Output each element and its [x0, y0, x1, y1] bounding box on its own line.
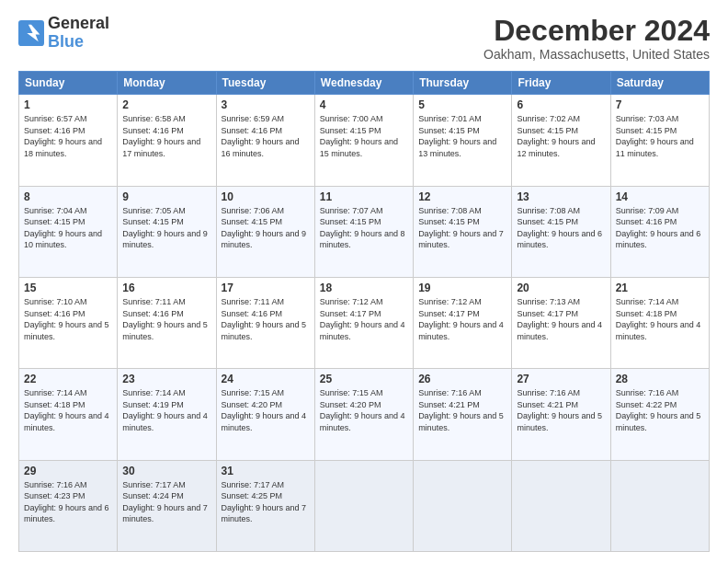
calendar-cell: 4 Sunrise: 7:00 AMSunset: 4:15 PMDayligh…: [314, 95, 413, 186]
day-number: 2: [122, 98, 210, 111]
calendar-cell: [414, 460, 512, 551]
calendar-cell: 27 Sunrise: 7:16 AMSunset: 4:21 PMDaylig…: [512, 369, 610, 460]
header: GeneralBlue December 2024 Oakham, Massac…: [18, 15, 710, 62]
calendar-cell: 16 Sunrise: 7:11 AMSunset: 4:16 PMDaylig…: [118, 277, 216, 368]
day-info: Sunrise: 6:58 AMSunset: 4:16 PMDaylight:…: [122, 113, 210, 159]
day-number: 10: [222, 190, 310, 203]
day-info: Sunrise: 7:11 AMSunset: 4:16 PMDaylight:…: [122, 296, 210, 342]
day-info: Sunrise: 7:08 AMSunset: 4:15 PMDaylight:…: [418, 205, 506, 251]
logo-text: GeneralBlue: [48, 15, 109, 52]
logo-icon: [18, 20, 44, 46]
day-info: Sunrise: 7:05 AMSunset: 4:15 PMDaylight:…: [122, 205, 210, 251]
calendar-cell: 31 Sunrise: 7:17 AMSunset: 4:25 PMDaylig…: [216, 460, 314, 551]
day-info: Sunrise: 7:16 AMSunset: 4:23 PMDaylight:…: [24, 479, 112, 525]
col-wednesday: Wednesday: [314, 72, 413, 95]
calendar-cell: [512, 460, 610, 551]
col-friday: Friday: [512, 72, 610, 95]
day-number: 30: [122, 465, 210, 477]
day-info: Sunrise: 7:00 AMSunset: 4:15 PMDaylight:…: [320, 113, 408, 159]
calendar-cell: [314, 460, 413, 551]
calendar-cell: 24 Sunrise: 7:15 AMSunset: 4:20 PMDaylig…: [216, 369, 314, 460]
calendar-cell: 19 Sunrise: 7:12 AMSunset: 4:17 PMDaylig…: [414, 277, 512, 368]
col-tuesday: Tuesday: [216, 72, 314, 95]
day-info: Sunrise: 7:03 AMSunset: 4:15 PMDaylight:…: [616, 113, 704, 159]
calendar-cell: 21 Sunrise: 7:14 AMSunset: 4:18 PMDaylig…: [610, 277, 709, 368]
calendar-cell: 7 Sunrise: 7:03 AMSunset: 4:15 PMDayligh…: [610, 95, 709, 186]
day-info: Sunrise: 7:11 AMSunset: 4:16 PMDaylight:…: [222, 296, 310, 342]
col-monday: Monday: [118, 72, 216, 95]
subtitle: Oakham, Massachusetts, United States: [483, 47, 710, 62]
day-number: 7: [616, 98, 704, 111]
day-info: Sunrise: 6:57 AMSunset: 4:16 PMDaylight:…: [24, 113, 112, 159]
day-number: 13: [517, 190, 605, 203]
day-number: 15: [24, 282, 112, 294]
day-number: 19: [418, 282, 506, 294]
day-number: 9: [122, 190, 210, 203]
day-number: 25: [320, 373, 408, 385]
calendar-cell: 13 Sunrise: 7:08 AMSunset: 4:15 PMDaylig…: [512, 186, 610, 277]
calendar-cell: 1 Sunrise: 6:57 AMSunset: 4:16 PMDayligh…: [19, 95, 118, 186]
day-number: 14: [616, 190, 704, 203]
day-number: 31: [222, 465, 310, 477]
calendar-cell: 5 Sunrise: 7:01 AMSunset: 4:15 PMDayligh…: [414, 95, 512, 186]
day-info: Sunrise: 7:14 AMSunset: 4:19 PMDaylight:…: [122, 387, 210, 433]
day-info: Sunrise: 7:14 AMSunset: 4:18 PMDaylight:…: [616, 296, 704, 342]
day-number: 26: [418, 373, 506, 385]
calendar-cell: 28 Sunrise: 7:16 AMSunset: 4:22 PMDaylig…: [610, 369, 709, 460]
day-info: Sunrise: 7:16 AMSunset: 4:22 PMDaylight:…: [616, 387, 704, 433]
day-number: 3: [222, 98, 310, 111]
col-saturday: Saturday: [610, 72, 709, 95]
day-info: Sunrise: 7:17 AMSunset: 4:25 PMDaylight:…: [222, 479, 310, 525]
calendar-cell: 8 Sunrise: 7:04 AMSunset: 4:15 PMDayligh…: [19, 186, 118, 277]
calendar-cell: 25 Sunrise: 7:15 AMSunset: 4:20 PMDaylig…: [314, 369, 413, 460]
day-info: Sunrise: 7:15 AMSunset: 4:20 PMDaylight:…: [222, 387, 310, 433]
day-number: 11: [320, 190, 408, 203]
day-info: Sunrise: 7:17 AMSunset: 4:24 PMDaylight:…: [122, 479, 210, 525]
calendar-header-row: Sunday Monday Tuesday Wednesday Thursday…: [19, 72, 710, 95]
day-number: 8: [24, 190, 112, 203]
calendar-cell: 10 Sunrise: 7:06 AMSunset: 4:15 PMDaylig…: [216, 186, 314, 277]
calendar-cell: 17 Sunrise: 7:11 AMSunset: 4:16 PMDaylig…: [216, 277, 314, 368]
day-info: Sunrise: 7:08 AMSunset: 4:15 PMDaylight:…: [517, 205, 605, 251]
day-number: 23: [122, 373, 210, 385]
day-number: 4: [320, 98, 408, 111]
day-number: 21: [616, 282, 704, 294]
day-info: Sunrise: 7:06 AMSunset: 4:15 PMDaylight:…: [222, 205, 310, 251]
calendar-cell: 2 Sunrise: 6:58 AMSunset: 4:16 PMDayligh…: [118, 95, 216, 186]
day-info: Sunrise: 7:15 AMSunset: 4:20 PMDaylight:…: [320, 387, 408, 433]
day-number: 28: [616, 373, 704, 385]
calendar-cell: 11 Sunrise: 7:07 AMSunset: 4:15 PMDaylig…: [314, 186, 413, 277]
day-number: 5: [418, 98, 506, 111]
calendar-cell: 20 Sunrise: 7:13 AMSunset: 4:17 PMDaylig…: [512, 277, 610, 368]
page: GeneralBlue December 2024 Oakham, Massac…: [0, 0, 728, 563]
day-number: 6: [517, 98, 605, 111]
day-info: Sunrise: 7:16 AMSunset: 4:21 PMDaylight:…: [418, 387, 506, 433]
day-number: 20: [517, 282, 605, 294]
col-sunday: Sunday: [19, 72, 118, 95]
day-info: Sunrise: 7:12 AMSunset: 4:17 PMDaylight:…: [418, 296, 506, 342]
day-number: 17: [222, 282, 310, 294]
day-info: Sunrise: 7:02 AMSunset: 4:15 PMDaylight:…: [517, 113, 605, 159]
day-number: 12: [418, 190, 506, 203]
calendar-cell: 9 Sunrise: 7:05 AMSunset: 4:15 PMDayligh…: [118, 186, 216, 277]
day-info: Sunrise: 7:04 AMSunset: 4:15 PMDaylight:…: [24, 205, 112, 251]
logo-blue: Blue: [48, 32, 84, 51]
day-number: 29: [24, 465, 112, 477]
calendar-cell: 18 Sunrise: 7:12 AMSunset: 4:17 PMDaylig…: [314, 277, 413, 368]
day-info: Sunrise: 7:16 AMSunset: 4:21 PMDaylight:…: [517, 387, 605, 433]
day-info: Sunrise: 6:59 AMSunset: 4:16 PMDaylight:…: [222, 113, 310, 159]
day-info: Sunrise: 7:09 AMSunset: 4:16 PMDaylight:…: [616, 205, 704, 251]
calendar-cell: 26 Sunrise: 7:16 AMSunset: 4:21 PMDaylig…: [414, 369, 512, 460]
calendar-cell: 23 Sunrise: 7:14 AMSunset: 4:19 PMDaylig…: [118, 369, 216, 460]
day-info: Sunrise: 7:14 AMSunset: 4:18 PMDaylight:…: [24, 387, 112, 433]
day-info: Sunrise: 7:07 AMSunset: 4:15 PMDaylight:…: [320, 205, 408, 251]
day-number: 24: [222, 373, 310, 385]
calendar-table: Sunday Monday Tuesday Wednesday Thursday…: [18, 71, 710, 552]
calendar-cell: 30 Sunrise: 7:17 AMSunset: 4:24 PMDaylig…: [118, 460, 216, 551]
col-thursday: Thursday: [414, 72, 512, 95]
calendar-cell: 3 Sunrise: 6:59 AMSunset: 4:16 PMDayligh…: [216, 95, 314, 186]
calendar-cell: 14 Sunrise: 7:09 AMSunset: 4:16 PMDaylig…: [610, 186, 709, 277]
calendar-cell: 6 Sunrise: 7:02 AMSunset: 4:15 PMDayligh…: [512, 95, 610, 186]
calendar-cell: 22 Sunrise: 7:14 AMSunset: 4:18 PMDaylig…: [19, 369, 118, 460]
calendar-cell: 15 Sunrise: 7:10 AMSunset: 4:16 PMDaylig…: [19, 277, 118, 368]
